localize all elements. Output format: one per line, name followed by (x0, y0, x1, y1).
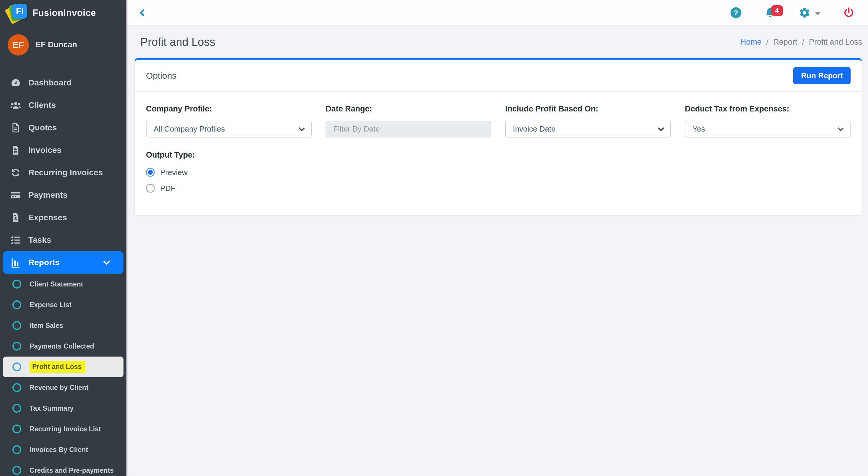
circle-icon (12, 424, 21, 434)
subnav-label: Invoices By Client (30, 446, 88, 454)
notifications-bell-icon[interactable]: 4 (764, 6, 776, 19)
radio-label: Preview (160, 168, 187, 177)
subnav-label-highlighted: Profit and Loss (30, 361, 85, 373)
tasks-list-icon (9, 234, 23, 246)
help-icon[interactable]: ? (730, 6, 742, 19)
logout-power-icon[interactable] (843, 6, 855, 19)
breadcrumb-separator: / (802, 37, 804, 47)
sidebar-item-tax-summary[interactable]: Tax Summary (0, 398, 126, 419)
include-profit-value: Invoice Date (513, 124, 556, 133)
sidebar-item-invoices[interactable]: Invoices (0, 139, 126, 161)
include-profit-select[interactable]: Invoice Date (505, 121, 671, 138)
sidebar-item-expenses[interactable]: $ Expenses (0, 206, 126, 229)
deduct-tax-select[interactable]: Yes (685, 121, 850, 138)
sidebar-item-payments-collected[interactable]: Payments Collected (0, 336, 126, 357)
sidebar-item-label: Recurring Invoices (28, 168, 103, 177)
svg-text:?: ? (734, 9, 738, 17)
chevron-down-icon (658, 125, 664, 131)
breadcrumb-separator: / (766, 37, 769, 47)
options-title: Options (146, 71, 176, 81)
sidebar-item-clients[interactable]: Clients (0, 94, 126, 117)
sidebar-item-payments[interactable]: Payments (0, 184, 126, 206)
output-type-option-pdf[interactable]: PDF (146, 183, 850, 194)
company-profile-select[interactable]: All Company Profiles (146, 121, 312, 138)
topbar: ? 4 (126, 0, 868, 26)
avatar: EF (8, 34, 29, 56)
chevron-down-icon (838, 125, 844, 131)
page-title: Profit and Loss (140, 36, 215, 49)
run-report-button[interactable]: Run Report (793, 67, 850, 84)
sidebar-item-invoices-by-client[interactable]: Invoices By Client (0, 439, 126, 460)
breadcrumb-current: Profit and Loss (809, 37, 862, 47)
circle-icon (12, 404, 21, 413)
options-fields: Company Profile: All Company Profiles Da… (146, 105, 850, 138)
subnav-label: Credits and Pre-payments (30, 467, 114, 475)
date-range-label: Date Range: (326, 105, 491, 114)
sidebar-item-label: Payments (28, 190, 67, 200)
sidebar-item-label: Reports (28, 258, 60, 267)
subnav-label: Recurring Invoice List (30, 425, 101, 433)
subnav-label: Revenue by Client (30, 384, 88, 392)
reports-chart-icon (9, 257, 23, 268)
sidebar-item-label: Invoices (28, 145, 61, 155)
dashboard-gauge-icon (9, 77, 23, 89)
gear-icon (798, 6, 811, 19)
sidebar-item-tasks[interactable]: Tasks (0, 229, 126, 251)
subnav-label: Tax Summary (30, 405, 73, 412)
date-range-input[interactable] (326, 121, 491, 138)
chevron-left-icon[interactable] (140, 9, 147, 16)
app-name: FusionInvoice (32, 8, 96, 18)
subnav-label: Expense List (30, 301, 71, 309)
reports-submenu: Client Statement Expense List Item Sales… (0, 274, 126, 476)
options-card-body: Company Profile: All Company Profiles Da… (135, 92, 862, 215)
sidebar-nav: Dashboard Clients Quotes Invoices Recurr (0, 64, 126, 476)
caret-down-icon (815, 12, 821, 16)
radio-unselected-icon[interactable] (146, 184, 155, 193)
sidebar-item-quotes[interactable]: Quotes (0, 117, 126, 139)
subnav-label: Payments Collected (30, 343, 94, 350)
notification-count-badge: 4 (771, 5, 783, 16)
field-date-range: Date Range: (326, 105, 491, 138)
field-company-profile: Company Profile: All Company Profiles (146, 105, 312, 138)
sidebar-item-profit-and-loss[interactable]: Profit and Loss (3, 357, 123, 377)
settings-gear-dropdown[interactable] (798, 6, 821, 19)
expenses-file-dollar-icon: $ (9, 212, 23, 224)
field-deduct-tax: Deduct Tax from Expenses: Yes (685, 105, 850, 138)
sidebar-item-dashboard[interactable]: Dashboard (0, 71, 126, 94)
circle-icon (12, 342, 21, 351)
app-logo[interactable]: Fi FusionInvoice (0, 0, 126, 26)
options-card-header: Options Run Report (135, 60, 862, 92)
sidebar-item-item-sales[interactable]: Item Sales (0, 315, 126, 336)
sidebar-item-label: Tasks (28, 235, 51, 245)
sidebar-item-label: Dashboard (28, 78, 71, 88)
company-profile-label: Company Profile: (146, 105, 312, 114)
circle-icon (12, 280, 21, 289)
sidebar-item-credits-and-pre-payments[interactable]: Credits and Pre-payments (0, 460, 126, 476)
page-header: Profit and Loss Home / Report / Profit a… (126, 26, 868, 58)
main-content: ? 4 Profit and Loss Home / Report / Prof… (126, 0, 868, 476)
sidebar-item-label: Clients (28, 100, 56, 110)
sidebar-item-revenue-by-client[interactable]: Revenue by Client (0, 377, 126, 398)
sidebar-item-expense-list[interactable]: Expense List (0, 295, 126, 315)
circle-icon (12, 362, 21, 371)
subnav-label: Item Sales (30, 322, 63, 330)
sidebar-item-reports[interactable]: Reports (3, 251, 123, 274)
deduct-tax-value: Yes (692, 124, 705, 133)
output-type-option-preview[interactable]: Preview (146, 167, 850, 178)
circle-icon (12, 321, 21, 330)
user-panel: EF EF Duncan (0, 26, 126, 64)
sidebar-item-recurring-invoices[interactable]: Recurring Invoices (0, 161, 126, 184)
radio-selected-icon[interactable] (146, 168, 155, 177)
topbar-actions: ? 4 (730, 6, 855, 19)
chevron-down-icon (299, 125, 305, 131)
user-name: EF Duncan (35, 40, 77, 49)
breadcrumb: Home / Report / Profit and Loss (740, 37, 862, 47)
sidebar-item-label: Expenses (28, 213, 67, 222)
sidebar: Fi FusionInvoice EF EF Duncan Dashboard … (0, 0, 126, 476)
radio-label: PDF (160, 184, 176, 193)
sidebar-item-recurring-invoice-list[interactable]: Recurring Invoice List (0, 419, 126, 439)
field-output-type: Output Type: Preview PDF (146, 150, 850, 194)
breadcrumb-home-link[interactable]: Home (740, 37, 762, 47)
sidebar-item-client-statement[interactable]: Client Statement (0, 274, 126, 295)
deduct-tax-label: Deduct Tax from Expenses: (685, 105, 850, 114)
